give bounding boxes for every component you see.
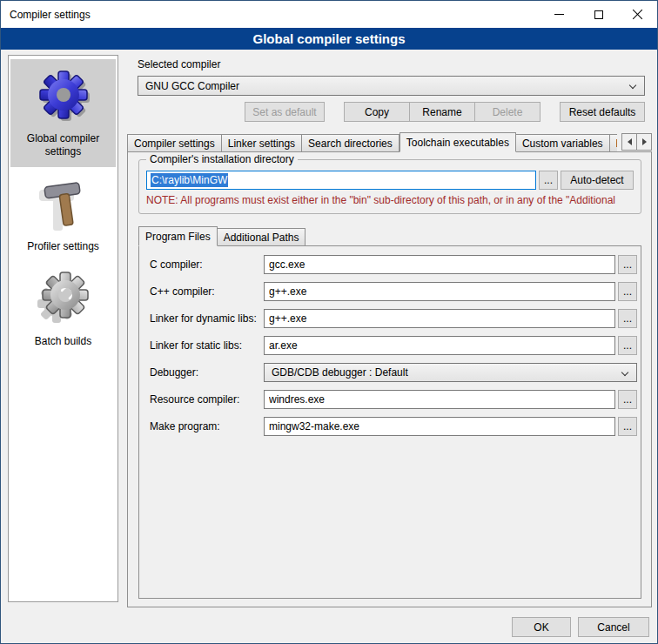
tab-linker-settings[interactable]: Linker settings — [222, 134, 302, 151]
tab-scroll-left-button[interactable] — [621, 133, 637, 151]
debugger-value: GDB/CDB debugger : Default — [272, 366, 408, 379]
field-row: C compiler: ... — [150, 255, 637, 274]
c-compiler-browse-button[interactable]: ... — [618, 255, 637, 274]
selected-compiler-value: GNU GCC Compiler — [145, 80, 239, 92]
static-linker-input[interactable] — [264, 336, 615, 355]
maximize-button[interactable] — [579, 1, 618, 28]
chevron-down-icon — [629, 82, 636, 89]
field-label: Linker for dynamic libs: — [150, 312, 264, 325]
set-as-default-button[interactable]: Set as default — [245, 102, 325, 122]
tabs-clip: Compiler settings Linker settings Search… — [127, 132, 617, 152]
sidebar-item-global-compiler-settings[interactable]: Global compiler settings — [10, 59, 116, 167]
cpp-compiler-input[interactable] — [264, 282, 615, 301]
tab-build-options[interactable]: Build — [610, 134, 617, 151]
program-files-panel: C compiler: ... C++ compiler: ... Linker… — [138, 245, 641, 599]
tab-scroll-right-button[interactable] — [636, 133, 652, 151]
blue-gear-icon — [12, 66, 114, 127]
right-arrow-icon — [642, 138, 647, 145]
install-dir-browse-button[interactable]: ... — [539, 171, 558, 190]
field-label: Resource compiler: — [150, 393, 264, 406]
selected-compiler-label: Selected compiler — [138, 58, 652, 70]
minimize-button[interactable] — [540, 1, 579, 28]
field-label: C compiler: — [150, 258, 264, 271]
debugger-dropdown[interactable]: GDB/CDB debugger : Default — [264, 363, 637, 382]
cancel-button[interactable]: Cancel — [578, 617, 649, 637]
tab-scroll-arrows — [621, 133, 652, 151]
make-program-browse-button[interactable]: ... — [618, 417, 637, 436]
install-dir-input[interactable]: C:\raylib\MinGW — [146, 171, 536, 190]
installation-directory-group: Compiler's installation directory C:\ray… — [138, 159, 641, 214]
field-label: Debugger: — [150, 366, 264, 379]
window-controls — [540, 1, 657, 28]
maximize-icon — [594, 10, 603, 19]
field-label: Make program: — [150, 420, 264, 433]
hammer-icon — [12, 174, 114, 235]
sidebar-item-label: Profiler settings — [27, 240, 99, 253]
note-text: NOTE: All programs must exist either in … — [146, 194, 634, 206]
sidebar-item-label: Batch builds — [35, 335, 91, 348]
install-dir-value: C:\raylib\MinGW — [151, 173, 228, 187]
field-label: C++ compiler: — [150, 285, 264, 298]
sidebar-item-label: Global compiler settings — [12, 132, 114, 158]
dialog-header: Global compiler settings — [1, 28, 657, 50]
compiler-settings-window: Compiler settings Global compiler settin… — [0, 0, 658, 644]
make-program-input[interactable] — [264, 417, 615, 436]
field-row: Debugger: GDB/CDB debugger : Default — [150, 363, 637, 382]
resource-compiler-browse-button[interactable]: ... — [618, 390, 637, 409]
selected-compiler-dropdown[interactable]: GNU GCC Compiler — [138, 76, 645, 96]
toolchain-executables-panel: Compiler's installation directory C:\ray… — [127, 151, 652, 607]
tab-search-directories[interactable]: Search directories — [302, 134, 400, 151]
installation-directory-row: C:\raylib\MinGW ... Auto-detect — [146, 171, 634, 190]
sidebar-item-batch-builds[interactable]: Batch builds — [10, 262, 116, 357]
delete-button[interactable]: Delete — [474, 102, 540, 122]
rename-button[interactable]: Rename — [409, 102, 475, 122]
dialog-footer: OK Cancel — [512, 617, 649, 637]
field-label: Linker for static libs: — [150, 339, 264, 352]
group-title: Compiler's installation directory — [146, 153, 298, 165]
static-linker-browse-button[interactable]: ... — [618, 336, 637, 355]
tab-program-files[interactable]: Program Files — [138, 226, 218, 246]
reset-defaults-button[interactable]: Reset defaults — [560, 102, 645, 122]
auto-detect-button[interactable]: Auto-detect — [561, 171, 634, 190]
titlebar: Compiler settings — [1, 1, 657, 28]
sidebar-item-profiler-settings[interactable]: Profiler settings — [10, 167, 116, 262]
field-row: Resource compiler: ... — [150, 390, 637, 409]
tab-additional-paths[interactable]: Additional Paths — [218, 228, 306, 245]
dynamic-linker-browse-button[interactable]: ... — [618, 309, 637, 328]
ok-button[interactable]: OK — [512, 617, 571, 637]
tab-custom-variables[interactable]: Custom variables — [516, 134, 610, 151]
inner-tabs-clip: Program Files Additional Paths — [138, 226, 641, 246]
dynamic-linker-input[interactable] — [264, 309, 615, 328]
field-row: Linker for static libs: ... — [150, 336, 637, 355]
close-button[interactable] — [618, 1, 657, 28]
tab-compiler-settings[interactable]: Compiler settings — [127, 134, 222, 151]
left-arrow-icon — [628, 138, 632, 145]
copy-button[interactable]: Copy — [344, 102, 410, 122]
cpp-compiler-browse-button[interactable]: ... — [618, 282, 637, 301]
sidebar: Global compiler settings Profiler settin… — [8, 55, 118, 602]
c-compiler-input[interactable] — [264, 255, 615, 274]
resource-compiler-input[interactable] — [264, 390, 615, 409]
tab-toolchain-executables[interactable]: Toolchain executables — [400, 132, 516, 152]
field-row: Linker for dynamic libs: ... — [150, 309, 637, 328]
compiler-actions: Set as default Copy Rename Delete Reset … — [138, 102, 645, 122]
chevron-down-icon — [621, 369, 628, 376]
settings-tabbar: Compiler settings Linker settings Search… — [127, 132, 652, 152]
field-row: Make program: ... — [150, 417, 637, 436]
gray-gear-icon — [12, 269, 114, 330]
program-files-tabbar: Program Files Additional Paths — [138, 226, 641, 246]
minimize-icon — [554, 14, 564, 15]
close-icon — [632, 9, 643, 20]
main-content: Selected compiler GNU GCC Compiler Set a… — [127, 55, 652, 607]
window-title: Compiler settings — [1, 9, 91, 21]
field-row: C++ compiler: ... — [150, 282, 637, 301]
